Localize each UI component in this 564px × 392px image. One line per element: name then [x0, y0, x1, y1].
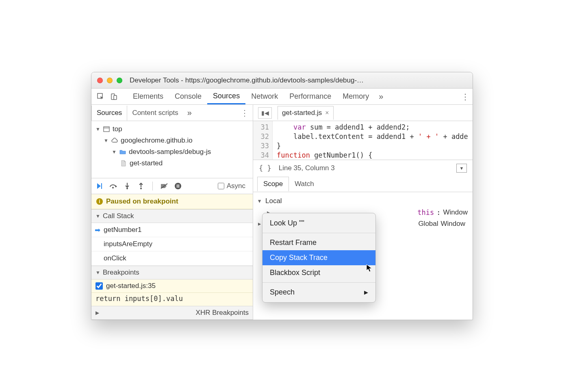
info-icon: i: [96, 198, 103, 205]
file-tree: top googlechrome.github.io devtools-samp…: [91, 121, 253, 178]
call-stack-header-label: Call Stack: [103, 212, 134, 220]
tab-memory[interactable]: Memory: [337, 89, 375, 104]
tab-scope[interactable]: Scope: [257, 177, 289, 191]
breakpoints-header-label: Breakpoints: [103, 269, 139, 277]
chevron-down-icon: [112, 149, 117, 155]
file-icon: [120, 160, 127, 167]
svg-rect-5: [101, 183, 102, 189]
stack-frame-1[interactable]: inputsAreEmpty: [91, 237, 253, 251]
svg-point-8: [126, 188, 128, 189]
stack-frame-2[interactable]: onClick: [91, 251, 253, 266]
tree-top[interactable]: top: [91, 123, 253, 135]
line-gutter: 31 32 33 34: [253, 121, 273, 160]
tab-console[interactable]: Console: [169, 89, 207, 104]
svg-point-6: [112, 187, 114, 188]
main-toolbar: Elements Console Sources Network Perform…: [91, 89, 473, 105]
tab-sources[interactable]: Sources: [207, 89, 245, 104]
stack-frame-0[interactable]: getNumber1: [91, 223, 253, 237]
chevron-down-icon: [95, 270, 100, 275]
scope-this-value: Window: [443, 207, 468, 218]
inspect-icon[interactable]: [95, 93, 106, 100]
step-out-icon[interactable]: [137, 182, 145, 190]
async-checkbox[interactable]: Async: [218, 182, 245, 190]
deactivate-breakpoints-icon[interactable]: [160, 182, 168, 190]
svg-rect-2: [114, 95, 117, 100]
editor-tab[interactable]: get-started.js ×: [278, 106, 334, 120]
code-editor[interactable]: 31 32 33 34 var sum = addend1 + addend2;…: [253, 121, 473, 160]
settings-kebab-icon[interactable]: ⋮: [461, 92, 469, 102]
more-tabs-icon[interactable]: »: [375, 92, 387, 101]
tree-top-label: top: [113, 125, 122, 133]
breakpoint-checkbox[interactable]: [95, 282, 103, 290]
stack-frame-label: getNumber1: [104, 226, 142, 234]
left-panel: Sources Content scripts » ⋮ top: [91, 105, 253, 320]
close-tab-icon[interactable]: ×: [325, 109, 329, 117]
svg-rect-3: [104, 127, 109, 132]
tree-file-label: get-started: [130, 159, 163, 167]
subtab-content-scripts[interactable]: Content scripts: [127, 106, 183, 120]
scope-local[interactable]: Local: [258, 195, 468, 207]
chevron-down-icon: [95, 213, 100, 219]
menu-copy-stack-trace[interactable]: Copy Stack Trace: [262, 250, 375, 265]
tab-performance[interactable]: Performance: [284, 89, 337, 104]
scope-global-label: Global: [418, 218, 438, 230]
titlebar: Developer Tools - https://googlechrome.g…: [91, 72, 473, 89]
step-over-icon[interactable]: [109, 182, 117, 190]
scope-this-key: this: [417, 207, 434, 218]
window-title: Developer Tools - https://googlechrome.g…: [126, 76, 467, 84]
device-toggle-icon[interactable]: [108, 93, 119, 100]
subtabs-more-icon[interactable]: »: [183, 108, 196, 117]
menu-blackbox-script[interactable]: Blackbox Script: [262, 265, 375, 280]
chevron-down-icon: [104, 138, 108, 143]
menu-restart-frame[interactable]: Restart Frame: [262, 235, 375, 250]
editor-tab-label: get-started.js: [282, 109, 322, 117]
svg-rect-13: [177, 184, 178, 188]
tab-network[interactable]: Network: [245, 89, 284, 104]
cloud-icon: [111, 137, 118, 144]
async-checkbox-input[interactable]: [218, 183, 224, 189]
pause-on-exceptions-icon[interactable]: [174, 182, 182, 190]
navigator-toggle-icon[interactable]: ▮◀: [258, 107, 272, 119]
scope-tabs: Scope Watch: [253, 176, 473, 192]
scope-global-value: Window: [441, 218, 468, 230]
tab-watch[interactable]: Watch: [289, 177, 320, 191]
tree-file[interactable]: get-started: [91, 158, 253, 169]
scope-local-label: Local: [265, 195, 282, 207]
call-stack-header[interactable]: Call Stack: [91, 209, 253, 223]
breakpoints-header[interactable]: Breakpoints: [91, 266, 253, 279]
chevron-down-icon: [95, 126, 100, 132]
cursor-position: Line 35, Column 3: [279, 164, 335, 172]
paused-banner: i Paused on breakpoint: [91, 194, 253, 209]
close-icon[interactable]: [97, 78, 103, 83]
minimize-icon[interactable]: [107, 78, 113, 83]
tree-domain[interactable]: googlechrome.github.io: [91, 135, 253, 146]
async-label: Async: [227, 182, 245, 190]
breakpoint-code: return inputs[0].valu: [91, 293, 253, 306]
devtools-window: Developer Tools - https://googlechrome.g…: [91, 72, 473, 320]
editor-tabs: ▮◀ get-started.js ×: [253, 105, 473, 121]
step-into-icon[interactable]: [123, 182, 131, 190]
errors-dropdown-icon[interactable]: ▼: [456, 164, 467, 173]
stack-frame-label: onClick: [104, 254, 126, 262]
tree-domain-label: googlechrome.github.io: [121, 136, 193, 145]
xhr-breakpoints-label: XHR Breakpoints: [196, 309, 249, 317]
zoom-icon[interactable]: [117, 78, 122, 83]
tree-folder[interactable]: devtools-samples/debug-js: [91, 146, 253, 158]
menu-lookup[interactable]: Look Up "": [262, 216, 375, 231]
pretty-print-icon[interactable]: { }: [259, 164, 271, 172]
svg-point-10: [140, 188, 142, 189]
mouse-cursor-icon: [366, 264, 373, 273]
paused-text: Paused on breakpoint: [106, 197, 178, 206]
navigator-kebab-icon[interactable]: ⋮: [236, 108, 253, 118]
xhr-breakpoints-header[interactable]: XHR Breakpoints: [91, 306, 253, 320]
menu-speech[interactable]: Speech ▶: [262, 285, 375, 300]
resume-icon[interactable]: [95, 182, 104, 190]
svg-rect-14: [178, 184, 179, 188]
stack-frame-label: inputsAreEmpty: [104, 240, 152, 248]
navigator-tabs: Sources Content scripts » ⋮: [91, 105, 253, 121]
menu-speech-label: Speech: [270, 288, 295, 297]
tab-elements[interactable]: Elements: [127, 89, 169, 104]
subtab-sources[interactable]: Sources: [91, 106, 127, 121]
frame-icon: [103, 126, 110, 133]
breakpoint-item[interactable]: get-started.js:35: [91, 279, 253, 293]
